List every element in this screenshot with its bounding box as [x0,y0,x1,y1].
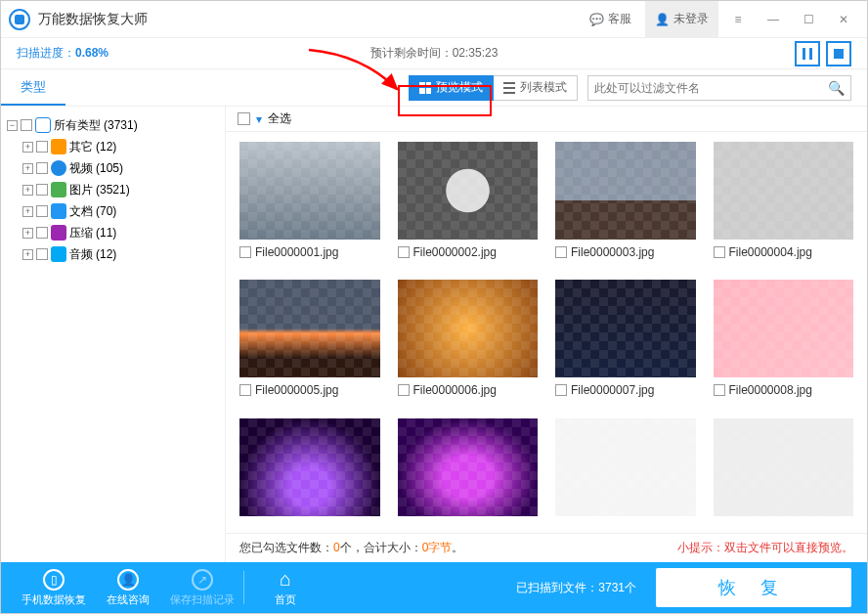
tree-root[interactable]: − 所有类型(3731) [7,114,219,136]
select-all-label[interactable]: 全选 [268,110,291,127]
stop-button[interactable] [826,41,851,66]
file-thumbnail[interactable]: File0000002.jpg [398,142,539,266]
tree-item-audio[interactable]: +音频(12) [7,243,219,265]
close-icon: ✕ [839,13,848,26]
customer-service-button[interactable]: 💬 客服 [580,1,641,38]
status-bar: 您已勾选文件数：0个，合计大小：0字节。 小提示：双击文件可以直接预览。 [226,533,867,562]
phone-recovery-button[interactable]: ▯ 手机数据恢复 [17,562,91,613]
minimize-icon: — [767,13,779,26]
file-thumbnail[interactable] [398,418,539,523]
expander-icon[interactable]: + [22,185,33,196]
expander-icon[interactable]: − [7,120,18,131]
list-mode-button[interactable]: 列表模式 [494,75,578,101]
bottom-bar: ▯ 手机数据恢复 👤 在线咨询 ↗ 保存扫描记录 ⌂ 首页 已扫描到文件：373… [1,562,867,613]
category-tree: − 所有类型(3731) +其它(12)+视频(105)+图片(3521)+文档… [1,107,226,562]
tree-item-zip[interactable]: +压缩(11) [7,222,219,243]
login-button[interactable]: 👤 未登录 [645,1,718,38]
expander-icon[interactable]: + [22,142,33,153]
other-icon [51,139,66,154]
tree-item-doc[interactable]: +文档(70) [7,200,219,222]
thumbnail-image [714,142,854,240]
expander-icon[interactable]: + [22,206,33,217]
file-checkbox[interactable] [239,246,251,258]
file-thumbnail[interactable]: File0000001.jpg [239,142,380,266]
file-name: File0000004.jpg [729,245,812,259]
checkbox[interactable] [21,119,32,131]
video-icon [51,160,66,176]
file-name: File0000003.jpg [571,245,654,259]
thumbnail-image [555,418,696,516]
file-checkbox[interactable] [714,384,725,396]
file-checkbox[interactable] [555,246,567,258]
titlebar: 万能数据恢复大师 💬 客服 👤 未登录 ≡ — ☐ ✕ [1,1,867,38]
search-icon[interactable]: 🔍 [828,80,845,96]
file-checkbox[interactable] [555,384,567,396]
view-mode-group: 预览模式 列表模式 🔍 [409,75,851,101]
expander-icon[interactable]: + [22,228,33,239]
pic-icon [51,182,66,197]
expander-icon[interactable]: + [22,163,33,174]
tab-type[interactable]: 类型 [1,69,65,106]
checkbox[interactable] [36,141,48,153]
content-area: ▾ 全选 File0000001.jpgFile0000002.jpgFile0… [226,107,867,562]
person-icon: 👤 [117,569,139,591]
file-checkbox[interactable] [398,246,410,258]
file-name: File0000002.jpg [413,245,497,259]
thumbnail-image [398,418,539,516]
close-button[interactable]: ✕ [828,6,859,33]
checkbox[interactable] [36,248,48,260]
thumbnail-image [714,418,854,516]
online-consult-button[interactable]: 👤 在线咨询 [91,562,165,613]
home-button[interactable]: ⌂ 首页 [248,562,323,613]
tree-item-other[interactable]: +其它(12) [7,136,219,157]
tree-item-pic[interactable]: +图片(3521) [7,179,219,200]
checkbox[interactable] [36,184,48,196]
thumbnail-image [239,418,380,516]
file-name: File0000007.jpg [571,383,654,397]
file-thumbnail[interactable]: File0000004.jpg [714,142,854,266]
maximize-button[interactable]: ☐ [793,6,824,33]
preview-mode-button[interactable]: 预览模式 [409,75,494,101]
filter-input[interactable] [594,81,828,95]
file-checkbox[interactable] [239,384,251,396]
file-thumbnail[interactable]: File0000008.jpg [714,280,854,404]
file-thumbnail[interactable] [714,418,854,523]
pause-icon [803,48,812,60]
thumbnail-image [714,280,854,377]
maximize-icon: ☐ [803,13,814,26]
file-thumbnail[interactable]: File0000005.jpg [239,280,380,404]
file-name: File0000008.jpg [729,383,812,397]
file-thumbnail[interactable]: File0000003.jpg [555,142,696,266]
minimize-button[interactable]: — [758,6,789,33]
pause-button[interactable] [795,41,820,66]
menu-button[interactable]: ≡ [722,6,754,33]
checkbox[interactable] [36,162,48,174]
checkbox[interactable] [36,205,48,217]
stop-icon [834,49,844,59]
scanned-count: 已扫描到文件：3731个 [516,579,636,596]
file-thumbnail[interactable] [555,418,696,523]
file-thumbnail[interactable]: File0000006.jpg [398,280,539,404]
progress-bar: 扫描进度：0.68% 预计剩余时间：02:35:23 [1,38,867,69]
recover-button[interactable]: 恢 复 [656,568,851,607]
file-checkbox[interactable] [398,384,410,396]
tree-item-video[interactable]: +视频(105) [7,157,219,179]
divider [243,571,244,604]
thumbnail-grid: File0000001.jpgFile0000002.jpgFile000000… [226,132,867,533]
thumbnail-image [398,142,539,240]
eta-label: 预计剩余时间：02:35:23 [370,45,499,62]
expander-icon[interactable]: + [22,249,33,260]
thumbnail-image [398,280,539,377]
export-icon: ↗ [192,569,213,591]
monitor-icon [35,117,51,133]
file-thumbnail[interactable] [239,418,380,523]
thumbnail-image [239,280,380,377]
file-thumbnail[interactable]: File0000007.jpg [555,280,696,404]
save-scan-button[interactable]: ↗ 保存扫描记录 [165,562,239,613]
checkbox[interactable] [36,227,48,239]
toolbar: 类型 预览模式 列表模式 🔍 [1,69,867,107]
thumbnail-image [555,280,696,377]
select-all-checkbox[interactable] [238,112,250,125]
file-checkbox[interactable] [714,246,725,258]
main-area: − 所有类型(3731) +其它(12)+视频(105)+图片(3521)+文档… [1,107,867,562]
